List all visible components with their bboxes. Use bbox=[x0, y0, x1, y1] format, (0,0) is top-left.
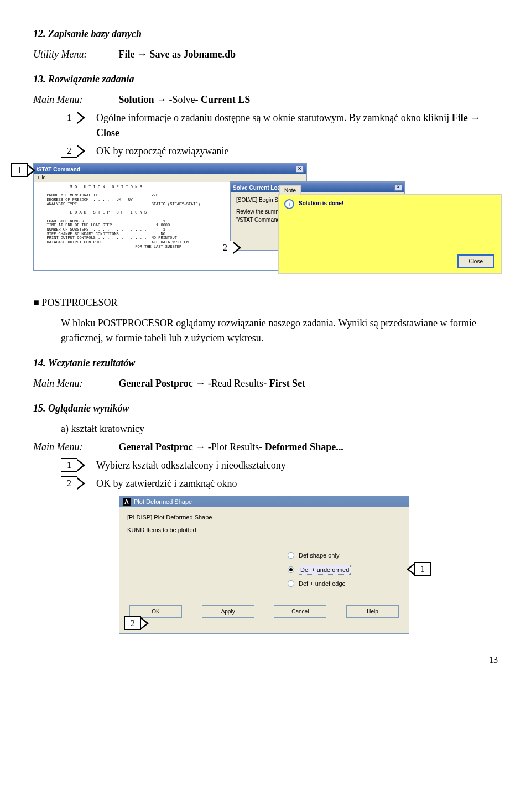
main-menu-row-plot: Main Menu: General Postproc → -Plot Resu… bbox=[33, 440, 498, 455]
utility-label: Utility Menu: bbox=[33, 47, 116, 62]
page-number: 13 bbox=[33, 653, 498, 667]
text: → -Solve bbox=[154, 94, 195, 105]
radio-label: Def + undef edge bbox=[299, 579, 346, 589]
plot-radio-group: Def shape only Def + undeformed Def + un… bbox=[288, 551, 401, 589]
callout-label: 1 bbox=[61, 458, 77, 472]
step-15-1: 1 Wybierz kształt odkształcony i nieodks… bbox=[61, 458, 498, 473]
text: - Current LS bbox=[195, 94, 251, 105]
callout-1: 1 bbox=[61, 111, 85, 124]
lister-title: /STAT Command bbox=[37, 165, 80, 174]
read-action: General Postproc → -Read Results- First … bbox=[119, 378, 306, 389]
main-menu-row-solve: Main Menu: Solution → -Solve- Current LS bbox=[33, 92, 498, 107]
apply-button[interactable]: Apply bbox=[202, 605, 254, 618]
plot-dialog[interactable]: Λ Plot Deformed Shape [PLDISP] Plot Defo… bbox=[119, 496, 409, 634]
close-button[interactable]: Close bbox=[457, 254, 494, 268]
save-as-action: File → Save as Jobname.db bbox=[119, 49, 236, 60]
plot-title: Plot Deformed Shape bbox=[134, 497, 192, 507]
section-13-title: 13. Rozwiązanie zadania bbox=[33, 72, 498, 87]
text: File bbox=[452, 112, 468, 123]
radio-def-undef-edge[interactable]: Def + undef edge bbox=[288, 579, 401, 589]
note-msg: Solution is done! bbox=[299, 199, 343, 209]
postprocesor-para: W bloku POSTPROCESOR oglądamy rozwiązani… bbox=[61, 316, 498, 346]
main-label: Main Menu: bbox=[33, 92, 116, 107]
plot-cmd: [PLDISP] Plot Deformed Shape bbox=[127, 513, 401, 522]
step-13-2-text: OK by rozpocząć rozwiązywanie bbox=[96, 144, 498, 159]
text: - First Set bbox=[263, 378, 305, 389]
text: Solution bbox=[119, 94, 154, 105]
text: General Postproc bbox=[119, 441, 193, 452]
radio-label: Def shape only bbox=[299, 551, 339, 560]
plot-kund: KUND Items to be plotted bbox=[127, 525, 401, 535]
text: → -Plot Results bbox=[193, 441, 259, 452]
utility-menu-row: Utility Menu: File → Save as Jobname.db bbox=[33, 47, 498, 62]
text: General Postproc bbox=[119, 378, 193, 389]
text: → -Read Results bbox=[193, 378, 264, 389]
solve-action: Solution → -Solve- Current LS bbox=[119, 94, 251, 105]
cancel-button[interactable]: Cancel bbox=[274, 605, 326, 618]
step-13-2: 2 OK by rozpocząć rozwiązywanie bbox=[61, 144, 498, 159]
text: Close bbox=[96, 127, 119, 138]
step-15-2-text: OK by zatwierdzić i zamknąć okno bbox=[96, 476, 498, 491]
step-15-1-text: Wybierz kształt odkształcony i nieodkszt… bbox=[96, 458, 498, 473]
main-menu-row-read: Main Menu: General Postproc → -Read Resu… bbox=[33, 376, 498, 391]
callout-label: 2 bbox=[217, 241, 233, 254]
postprocesor-heading: ■ POSTPROCESOR bbox=[33, 295, 498, 310]
step-13-1-text: Ogólne informacje o zadaniu dostępne są … bbox=[96, 111, 498, 140]
radio-label: Def + undeformed bbox=[299, 565, 351, 575]
plot-titlebar[interactable]: Λ Plot Deformed Shape bbox=[119, 496, 409, 507]
step-13-1: 1 Ogólne informacje o zadaniu dostępne s… bbox=[61, 111, 498, 140]
callout-label: 1 bbox=[11, 163, 28, 177]
lister-menubar[interactable]: File bbox=[34, 174, 306, 182]
help-button[interactable]: Help bbox=[346, 605, 399, 618]
main-label: Main Menu: bbox=[33, 376, 116, 391]
callout-2-float: 2 bbox=[217, 241, 241, 254]
note-tab: Note bbox=[279, 185, 301, 195]
callout-label: 2 bbox=[124, 616, 141, 630]
callout-1-float-b: 1 bbox=[407, 562, 431, 576]
radio-def-undeformed[interactable]: Def + undeformed bbox=[288, 565, 401, 575]
callout-label: 2 bbox=[61, 144, 77, 158]
step-15-2: 2 OK by zatwierdzić i zamknąć okno bbox=[61, 476, 498, 491]
solve-titlebar[interactable]: Solve Current Load Step ✕ bbox=[231, 183, 404, 192]
lambda-icon: Λ bbox=[123, 498, 131, 506]
info-icon: i bbox=[284, 199, 294, 209]
plot-action: General Postproc → -Plot Results- Deform… bbox=[119, 441, 343, 452]
radio-icon[interactable] bbox=[288, 580, 294, 587]
section-15-title: 15. Oglądanie wyników bbox=[33, 401, 498, 416]
note-popup[interactable]: Note i Solution is done! Close bbox=[278, 194, 502, 274]
radio-icon[interactable] bbox=[288, 552, 294, 559]
callout-2-float-b: 2 bbox=[124, 616, 149, 630]
close-icon[interactable]: ✕ bbox=[296, 166, 304, 173]
callout-label: 1 bbox=[61, 111, 77, 124]
callout-label: 2 bbox=[61, 476, 77, 490]
callout-1: 1 bbox=[61, 458, 85, 472]
main-label: Main Menu: bbox=[33, 440, 116, 455]
callout-label: 1 bbox=[414, 562, 431, 576]
callout-2: 2 bbox=[61, 144, 85, 158]
lister-titlebar[interactable]: /STAT Command ✕ bbox=[34, 164, 306, 174]
section-14-title: 14. Wczytanie rezultatów bbox=[33, 356, 498, 371]
radio-def-shape-only[interactable]: Def shape only bbox=[288, 551, 401, 560]
section-15-sub-a: a) kształt kratownicy bbox=[61, 421, 498, 436]
plot-dialog-wrap: Λ Plot Deformed Shape [PLDISP] Plot Defo… bbox=[119, 496, 429, 637]
radio-icon[interactable] bbox=[288, 566, 294, 573]
close-icon[interactable]: ✕ bbox=[394, 184, 402, 191]
text: - Deformed Shape... bbox=[259, 441, 343, 452]
callout-2: 2 bbox=[61, 476, 85, 490]
section-12-title: 12. Zapisanie bazy danych bbox=[33, 27, 498, 41]
callout-1-float: 1 bbox=[11, 163, 35, 177]
screenshot-composite: 1 /STAT Command ✕ File S O L U T I O N O… bbox=[33, 163, 498, 288]
